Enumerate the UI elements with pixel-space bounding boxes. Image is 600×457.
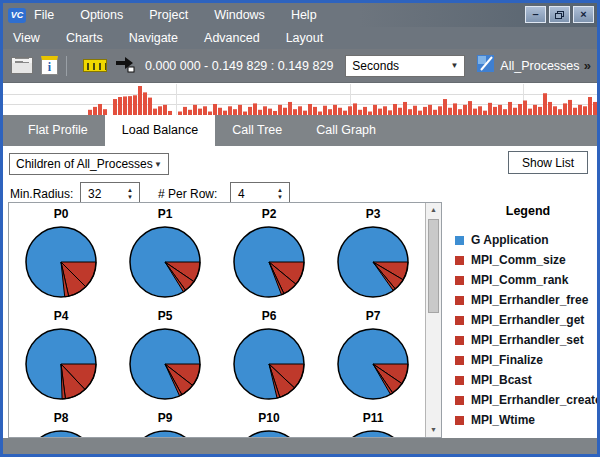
legend-item-label: MPI_Errhandler_set — [471, 333, 584, 347]
timeline-histogram[interactable] — [3, 84, 597, 115]
legend-color-swatch — [455, 236, 464, 245]
restore-icon — [555, 11, 564, 19]
process-pie-chart[interactable] — [232, 327, 306, 401]
vertical-scrollbar[interactable]: ▲ ▼ — [425, 203, 441, 437]
time-range-display: 0.000 000 - 0.149 829 : 0.149 829 — [145, 59, 333, 73]
process-pie-cell: P5 — [113, 309, 217, 403]
process-label: P6 — [262, 309, 277, 323]
legend-item: G Application — [455, 230, 600, 250]
process-pie-chart[interactable] — [128, 429, 202, 438]
pie-grid: P0P1P2P3P4P5P6P7P8P9P10P11 — [9, 203, 425, 438]
trace-properties-icon[interactable] — [11, 57, 33, 74]
process-filter-icon[interactable] — [477, 55, 494, 76]
show-list-button[interactable]: Show List — [508, 151, 588, 174]
stepper-up-icon[interactable]: ▲ — [277, 188, 283, 193]
process-pie-cell: P2 — [217, 207, 321, 301]
legend-item-label: MPI_Errhandler_create — [471, 393, 600, 407]
legend-color-swatch — [455, 376, 464, 385]
process-pie-cell: P9 — [113, 411, 217, 438]
minimize-button[interactable]: – — [525, 6, 546, 23]
legend-item: MPI_Errhandler_get — [455, 310, 600, 330]
process-pie-chart[interactable] — [24, 327, 98, 401]
unit-select-value: Seconds — [352, 59, 399, 73]
process-pie-chart[interactable] — [128, 225, 202, 299]
process-pie-chart[interactable] — [336, 225, 410, 299]
process-label: P8 — [54, 411, 69, 425]
info-icon[interactable]: i — [41, 56, 58, 75]
marker-icon[interactable] — [83, 59, 107, 72]
menu-layout[interactable]: Layout — [286, 31, 324, 45]
toolbar-overflow-icon[interactable]: » — [584, 58, 591, 73]
legend-color-swatch — [455, 336, 464, 345]
per-row-label: # Per Row: — [158, 187, 217, 201]
stepper-up-icon[interactable]: ▲ — [127, 188, 133, 193]
zoom-arrow-icon[interactable] — [115, 55, 135, 77]
app-window: VC FileOptionsProjectWindowsHelp – × Vie… — [0, 0, 600, 457]
process-pie-chart[interactable] — [336, 429, 410, 438]
menu-items-main: FileOptionsProjectWindowsHelp — [34, 8, 343, 22]
legend-item-label: MPI_Comm_size — [471, 253, 566, 267]
children-of-select[interactable]: Children of All_Processes ▼ — [9, 153, 169, 175]
menu-navigate[interactable]: Navigate — [129, 31, 178, 45]
legend-item-label: MPI_Errhandler_free — [471, 293, 588, 307]
toolbar: i 0.000 000 - 0.149 829 : 0.149 829 Seco… — [3, 49, 597, 83]
process-pie-chart[interactable] — [128, 327, 202, 401]
status-strip — [3, 438, 597, 454]
process-label: P0 — [54, 207, 69, 221]
toolbar-separator — [66, 56, 67, 76]
legend-item: MPI_Wtime — [455, 410, 600, 430]
process-pie-chart[interactable] — [336, 327, 410, 401]
close-button[interactable]: × — [573, 6, 594, 23]
menu-items-secondary: ViewChartsNavigateAdvancedLayout — [3, 31, 349, 45]
menu-file[interactable]: File — [34, 8, 54, 22]
legend-item: MPI_Errhandler_set — [455, 330, 600, 350]
process-label: P9 — [158, 411, 173, 425]
process-pie-chart[interactable] — [232, 429, 306, 438]
legend-item: MPI_Errhandler_free — [455, 290, 600, 310]
legend-color-swatch — [455, 256, 464, 265]
menu-view[interactable]: View — [13, 31, 40, 45]
legend-title: Legend — [455, 204, 600, 218]
tab-call-graph[interactable]: Call Graph — [299, 115, 393, 146]
legend-item: MPI_Finalize — [455, 350, 600, 370]
app-logo-icon: VC — [8, 8, 26, 23]
menu-windows[interactable]: Windows — [214, 8, 265, 22]
process-pie-cell: P1 — [113, 207, 217, 301]
menu-charts[interactable]: Charts — [66, 31, 103, 45]
process-label: P5 — [158, 309, 173, 323]
window-controls: – × — [525, 6, 594, 23]
restore-button[interactable] — [549, 6, 570, 23]
process-pie-cell: P11 — [321, 411, 425, 438]
stepper-down-icon[interactable]: ▼ — [127, 195, 133, 200]
scroll-up-icon[interactable]: ▲ — [426, 203, 441, 217]
unit-select[interactable]: Seconds ▼ — [345, 55, 465, 77]
process-filter-label: All_Processes — [500, 59, 579, 73]
process-pie-chart[interactable] — [24, 225, 98, 299]
scrollbar-thumb[interactable] — [428, 219, 439, 313]
menu-options[interactable]: Options — [80, 8, 123, 22]
legend-item: MPI_Errhandler_create — [455, 390, 600, 410]
process-label: P10 — [258, 411, 279, 425]
legend-color-swatch — [455, 356, 464, 365]
load-balance-panel: Children of All_Processes ▼ Show List Mi… — [3, 146, 597, 438]
scroll-down-icon[interactable]: ▼ — [426, 423, 441, 437]
process-pie-cell: P0 — [9, 207, 113, 301]
children-of-value: Children of All_Processes — [16, 157, 153, 171]
legend-item-label: MPI_Bcast — [471, 373, 532, 387]
tab-bar: Flat ProfileLoad BalanceCall TreeCall Gr… — [3, 115, 597, 146]
menu-help[interactable]: Help — [291, 8, 317, 22]
per-row-value: 4 — [231, 183, 271, 204]
tab-flat-profile[interactable]: Flat Profile — [11, 115, 105, 146]
process-label: P7 — [366, 309, 381, 323]
process-pie-chart[interactable] — [232, 225, 306, 299]
process-label: P2 — [262, 207, 277, 221]
legend-color-swatch — [455, 276, 464, 285]
process-pie-chart[interactable] — [24, 429, 98, 438]
legend-item-label: MPI_Wtime — [471, 413, 535, 427]
stepper-down-icon[interactable]: ▼ — [277, 195, 283, 200]
menu-advanced[interactable]: Advanced — [204, 31, 260, 45]
tab-call-tree[interactable]: Call Tree — [215, 115, 299, 146]
menu-project[interactable]: Project — [149, 8, 188, 22]
legend-item-label: MPI_Comm_rank — [471, 273, 568, 287]
tab-load-balance[interactable]: Load Balance — [105, 115, 215, 146]
